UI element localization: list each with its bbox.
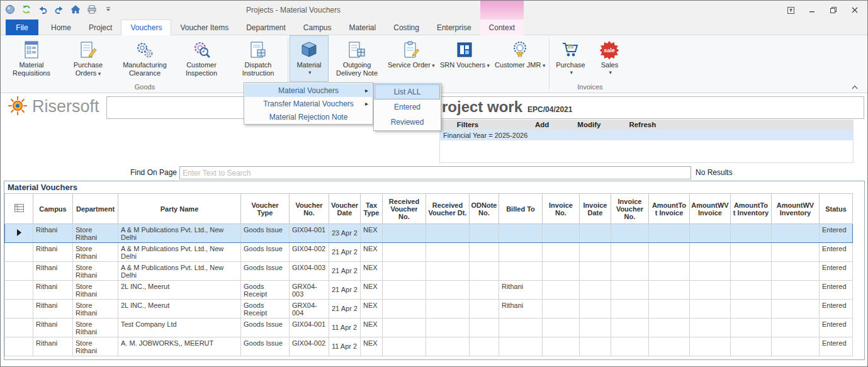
cell: A. M. JOBWORKS,, MEERUT [118, 337, 241, 356]
srn-icon [454, 38, 475, 61]
material-label: Material [296, 61, 321, 69]
purchase-button[interactable]: Purchase ▾ [551, 35, 590, 82]
column-header-odnote-no[interactable]: ODNote No. [469, 194, 499, 224]
row-selector-cell[interactable] [5, 300, 33, 319]
print-icon[interactable] [86, 4, 98, 15]
menu-item-transfer-material-vouchers[interactable]: Transfer Material Vouchers▸ [245, 97, 372, 110]
table-row[interactable]: RithaniStore RithaniA & M Publications P… [5, 262, 853, 281]
row-selector-cell[interactable] [5, 337, 33, 356]
tab-department[interactable]: Department [237, 20, 295, 35]
service-order-button[interactable]: Service Order ▾ [385, 35, 437, 82]
table-row[interactable]: RithaniStore RithaniA & M Publications P… [5, 243, 853, 262]
cell [771, 243, 819, 262]
find-on-page-bar: Find On Page No Results [1, 166, 867, 179]
column-header-amountwv-inventory[interactable]: AmountWV Inventory [771, 194, 819, 224]
filter-action-add-button[interactable]: Add [535, 121, 549, 128]
row-selector-cell[interactable] [5, 243, 33, 262]
qat-dropdown-icon[interactable] [103, 4, 114, 15]
redo-icon[interactable] [54, 4, 65, 15]
srn-vouchers-button[interactable]: SRN Vouchers ▾ [437, 35, 492, 82]
dropdown-arrow-icon: ▾ [485, 62, 490, 69]
find-result-text: No Results [696, 168, 733, 177]
column-header-billed-to[interactable]: Billed To [499, 194, 542, 224]
ribbon-collapse-icon[interactable] [850, 83, 860, 91]
cell: GIX04-001 [290, 224, 329, 243]
home-icon[interactable] [70, 4, 81, 15]
customer-jmr-button[interactable]: Customer JMR ▾ [492, 35, 548, 82]
filter-action-refresh-button[interactable]: Refresh [629, 121, 656, 128]
submenu-item-reviewed[interactable]: Reviewed [375, 115, 440, 130]
column-header-voucher-no[interactable]: Voucher No. [290, 194, 329, 224]
column-header-voucher-type[interactable]: Voucher Type [241, 194, 290, 224]
tab-enterprise[interactable]: Enterprise [428, 20, 480, 35]
menu-item-material-vouchers[interactable]: Material Vouchers▸ [245, 84, 372, 97]
column-header-status[interactable]: Status [819, 194, 852, 224]
undo-icon[interactable] [37, 4, 48, 15]
tab-material[interactable]: Material [341, 20, 385, 35]
tab-costing[interactable]: Costing [385, 20, 428, 35]
purchase-orders-button[interactable]: Purchase Orders ▾ [60, 35, 116, 82]
table-row[interactable]: RithaniStore Rithani2L INC., MeerutGoods… [5, 281, 853, 300]
outgoing-delivery-note-button[interactable]: Outgoing Delivery Note [329, 35, 385, 82]
cell [579, 281, 611, 300]
column-header-party-name[interactable]: Party Name [118, 194, 241, 224]
column-header-voucher-date[interactable]: Voucher Date [329, 194, 361, 224]
cell [611, 319, 648, 337]
popout-icon[interactable] [782, 3, 799, 17]
column-header-department[interactable]: Department [73, 194, 118, 224]
column-header-amountto-t-invoice[interactable]: AmountTo t Invoice [648, 194, 689, 224]
submenu-item-list-all[interactable]: List ALL [375, 84, 440, 99]
column-header-campus[interactable]: Campus [33, 194, 73, 224]
column-header-invoice-voucher-no[interactable]: Invoice Voucher No. [611, 194, 648, 224]
app-icon[interactable] [4, 4, 16, 15]
column-header-amountto-t-inventory[interactable]: AmountTo t Inventory [730, 194, 771, 224]
row-selector-cell[interactable] [5, 224, 33, 243]
tab-voucher-items[interactable]: Voucher Items [171, 20, 237, 35]
submenu-item-entered[interactable]: Entered [375, 99, 440, 115]
table-row[interactable]: RithaniStore Rithani2L INC., MeerutGoods… [5, 300, 853, 319]
row-selector-cell[interactable] [5, 281, 33, 300]
column-header-received-voucher-no[interactable]: Received Voucher No. [382, 194, 426, 224]
menu-item-material-rejection-note[interactable]: Material Rejection Note [245, 110, 372, 123]
manufacturing-clearance-button[interactable]: Manufacturing Clearance [116, 35, 173, 82]
row-selector-cell[interactable] [5, 262, 33, 281]
column-header-received-voucher-dt[interactable]: Received Voucher Dt. [426, 194, 469, 224]
minimize-icon[interactable] [803, 3, 821, 17]
customer-inspection-button[interactable]: Customer Inspection [173, 35, 230, 82]
sales-button[interactable]: saleSales ▾ [590, 35, 629, 82]
filter-action-modify-button[interactable]: Modify [577, 121, 600, 128]
table-row[interactable]: RithaniStore RithaniTest Company LtdGood… [5, 319, 853, 337]
sync-icon[interactable] [21, 4, 32, 15]
cell [469, 281, 499, 300]
column-header-tax-type[interactable]: Tax Type [360, 194, 382, 224]
column-header-invoice-date[interactable]: Invoice Date [579, 194, 611, 224]
tab-home[interactable]: Home [42, 20, 80, 35]
table-row[interactable]: RithaniStore RithaniA & M Publications P… [5, 224, 853, 243]
dispatch-instruction-button[interactable]: Dispatch Instruction [230, 35, 286, 82]
tab-vouchers[interactable]: Vouchers [121, 20, 171, 35]
cell: GIX04-002 [290, 243, 329, 262]
cell: Entered [819, 337, 852, 356]
tab-project[interactable]: Project [80, 20, 121, 35]
find-on-page-input[interactable] [179, 166, 691, 179]
ribbon-group-invoices: Purchase ▾saleSales ▾Invoices [551, 35, 629, 93]
column-header-amountwv-invoice[interactable]: AmountWV Invoice [689, 194, 730, 224]
applied-filter[interactable]: Financial Year = 2025-2026 [439, 130, 854, 140]
cell [382, 337, 426, 356]
cell [499, 243, 542, 262]
row-selector-cell[interactable] [5, 319, 33, 337]
table-row[interactable]: RithaniStore RithaniA. M. JOBWORKS,, MEE… [5, 337, 853, 356]
vouchers-panel-title: Material Vouchers [4, 181, 864, 193]
material-button[interactable]: Material ▾ [290, 35, 329, 82]
cell [648, 300, 689, 319]
cell [611, 281, 648, 300]
material-requisitions-button[interactable]: Material Requisitions [3, 35, 60, 82]
row-selector-header[interactable] [5, 194, 33, 224]
close-icon[interactable] [846, 3, 864, 17]
tab-context[interactable]: Context [480, 20, 524, 35]
tab-file[interactable]: File [6, 20, 38, 35]
cell: Goods Issue [241, 262, 290, 281]
column-header-invoice-no[interactable]: Invoice No. [542, 194, 579, 224]
restore-icon[interactable] [825, 3, 842, 17]
tab-campus[interactable]: Campus [295, 20, 341, 35]
